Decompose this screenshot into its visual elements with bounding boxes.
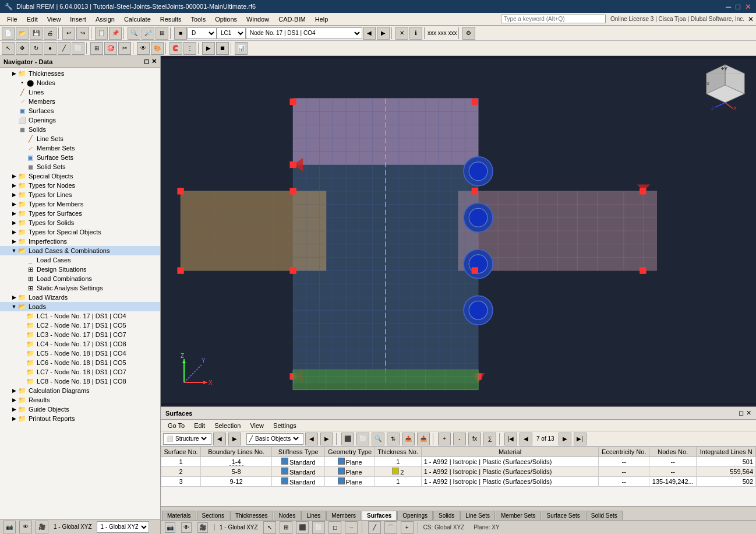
menu-tools[interactable]: Tools: [186, 15, 210, 24]
nav-staticanalysis[interactable]: ⊞ Static Analysis Settings: [0, 283, 160, 293]
fx-btn[interactable]: fx: [468, 433, 481, 445]
panel-restore-btn[interactable]: ◻: [739, 409, 744, 417]
maximize-btn[interactable]: □: [736, 2, 740, 11]
panel-close-btn[interactable]: ✕: [746, 409, 751, 417]
nav-guideobjects[interactable]: ▶ 📁 Guide Objects: [0, 405, 160, 414]
panel-header-btns[interactable]: ◻ ✕: [739, 409, 751, 417]
tab-surfacesets[interactable]: Surface Sets: [542, 511, 585, 520]
nav-lc2[interactable]: 📁 LC2 - Node No. 17 | DS1 | CO5: [0, 321, 160, 330]
settings-btn[interactable]: ⚙: [462, 27, 475, 40]
nav-membersets[interactable]: ⟋ Member Sets: [0, 143, 160, 153]
nav-printoutreports[interactable]: ▶ 📁 Printout Reports: [0, 414, 160, 423]
nav-members[interactable]: ⟋ Members: [0, 97, 160, 106]
menu-edit[interactable]: Edit: [22, 15, 43, 24]
nav-loads[interactable]: ▼ 📂 Loads: [0, 302, 160, 311]
zoom-out-btn[interactable]: 🔎: [142, 27, 154, 40]
move-btn[interactable]: ✥: [16, 42, 29, 55]
bt1[interactable]: ↖: [263, 521, 276, 534]
menu-assign[interactable]: Assign: [91, 15, 119, 24]
delete-btn[interactable]: ✕: [395, 27, 408, 40]
structure-combo[interactable]: Structure: [173, 435, 209, 442]
license-close-btn[interactable]: ✕: [748, 15, 754, 23]
import-btn[interactable]: 📥: [417, 433, 430, 445]
lc-select[interactable]: LC1: [217, 27, 246, 39]
nav-openings[interactable]: ⬜ Openings: [0, 115, 160, 125]
deselect-btn[interactable]: ⬜: [356, 433, 369, 445]
nav-eye-btn[interactable]: 👁: [19, 521, 32, 533]
nav-lc7[interactable]: 📁 LC7 - Node No. 18 | DS1 | CO7: [0, 367, 160, 377]
mesh-btn[interactable]: ⊞: [90, 42, 103, 55]
bt8[interactable]: ⌒: [384, 521, 397, 534]
tab-linesets[interactable]: Line Sets: [460, 511, 495, 520]
close-btn[interactable]: ✕: [745, 2, 751, 11]
results-btn[interactable]: 📊: [235, 42, 248, 55]
paste-btn[interactable]: 📌: [109, 27, 122, 40]
nav-specialobjects[interactable]: ▶ 📁 Special Objects: [0, 171, 160, 181]
nav-restore-btn[interactable]: ◻: [144, 58, 149, 65]
zoom-in-btn[interactable]: 🔍: [128, 27, 140, 40]
menu-file[interactable]: File: [2, 15, 22, 24]
formula-btn[interactable]: ∑: [483, 433, 496, 445]
nav-surfacesets[interactable]: ▣ Surface Sets: [0, 153, 160, 162]
nav-lc8[interactable]: 📁 LC8 - Node No. 18 | DS1 | CO8: [0, 377, 160, 386]
menu-insert[interactable]: Insert: [65, 15, 91, 24]
view3d-btn[interactable]: 🎯: [104, 42, 117, 55]
nav-lc3[interactable]: 📁 LC3 - Node No. 17 | DS1 | CO7: [0, 330, 160, 339]
nav-loadcases[interactable]: _ Load Cases: [0, 255, 160, 265]
table-row[interactable]: 2 5-8 Standard Plane 2 1 - A992 |: [161, 467, 756, 477]
nav-typesfornodes[interactable]: ▶ 📁 Types for Nodes: [0, 181, 160, 190]
stop-btn[interactable]: ⏹: [216, 42, 229, 55]
snap-btn[interactable]: 🧲: [169, 42, 182, 55]
nav-calcdiagrams[interactable]: ▶ 📁 Calculation Diagrams: [0, 386, 160, 395]
nav-typesforsolids[interactable]: ▶ 📁 Types for Solids: [0, 218, 160, 227]
nav-lc6[interactable]: 📁 LC6 - Node No. 18 | DS1 | CO5: [0, 358, 160, 367]
prev3-btn[interactable]: ◀: [520, 433, 532, 445]
prev-page-btn[interactable]: ◀: [213, 433, 226, 445]
filter-dropdown[interactable]: ⬜ Structure: [163, 433, 211, 445]
pointer-btn[interactable]: ↖: [2, 42, 15, 55]
info-btn[interactable]: ℹ: [409, 27, 422, 40]
bt6[interactable]: →: [345, 521, 358, 534]
new-btn[interactable]: 📄: [2, 27, 15, 40]
rotate-btn[interactable]: ↻: [30, 42, 43, 55]
menu-calculate[interactable]: Calculate: [119, 15, 156, 24]
panel-settings[interactable]: Settings: [269, 421, 301, 430]
last-btn[interactable]: ▶|: [574, 433, 587, 445]
nav-solids[interactable]: ◼ Solids: [0, 125, 160, 134]
tab-thicknesses[interactable]: Thicknesses: [230, 511, 273, 520]
nav-lc5[interactable]: 📁 LC5 - Node No. 18 | DS1 | CO4: [0, 349, 160, 358]
node-combo[interactable]: Node No. 17 | DS1 | CO4: [246, 27, 362, 39]
menu-results[interactable]: Results: [156, 15, 186, 24]
tab-surfaces[interactable]: Surfaces: [362, 511, 397, 520]
grid-btn[interactable]: ⋮: [183, 42, 196, 55]
menu-help[interactable]: Help: [310, 15, 333, 24]
tab-materials[interactable]: Materials: [162, 511, 196, 520]
nav-loadwizards[interactable]: ▶ 📁 Load Wizards: [0, 293, 160, 302]
tab-members[interactable]: Members: [326, 511, 361, 520]
tab-sections[interactable]: Sections: [197, 511, 229, 520]
viewport-3d[interactable]: X Z Y: [161, 56, 756, 406]
bt2[interactable]: ⊞: [280, 521, 292, 534]
nav-close-btn[interactable]: ✕: [151, 58, 157, 65]
render2-btn[interactable]: 🎨: [151, 42, 164, 55]
nav-typesforspecial[interactable]: ▶ 📁 Types for Special Objects: [0, 227, 160, 237]
nav-linesets[interactable]: ╱ Line Sets: [0, 134, 160, 143]
status-camera-btn[interactable]: 📷: [165, 522, 175, 533]
print-btn[interactable]: 🖨: [44, 27, 56, 40]
next-page-btn[interactable]: ▶: [228, 433, 241, 445]
menu-window[interactable]: Window: [242, 15, 274, 24]
nav-lc1[interactable]: 📁 LC1 - Node No. 17 | DS1 | CO4: [0, 311, 160, 321]
title-bar-right[interactable]: ─ □ ✕: [726, 2, 751, 11]
del-row-btn[interactable]: -: [453, 433, 466, 445]
tab-solidsets[interactable]: Solid Sets: [586, 511, 623, 520]
nav-camera-btn[interactable]: 📷: [3, 521, 16, 533]
search-input[interactable]: [501, 15, 606, 23]
section-btn[interactable]: ✂: [118, 42, 131, 55]
panel-view[interactable]: View: [245, 421, 269, 430]
save-btn[interactable]: 💾: [30, 27, 43, 40]
nav-thicknesses[interactable]: ▶ 📁 Thicknesses: [0, 69, 160, 78]
status-video-btn[interactable]: 🎥: [197, 522, 208, 533]
next-btn[interactable]: ▶: [377, 27, 390, 40]
export-btn[interactable]: 📤: [402, 433, 415, 445]
surfaces-table-container[interactable]: Surface No. Boundary Lines No. Stiffness…: [161, 447, 756, 506]
